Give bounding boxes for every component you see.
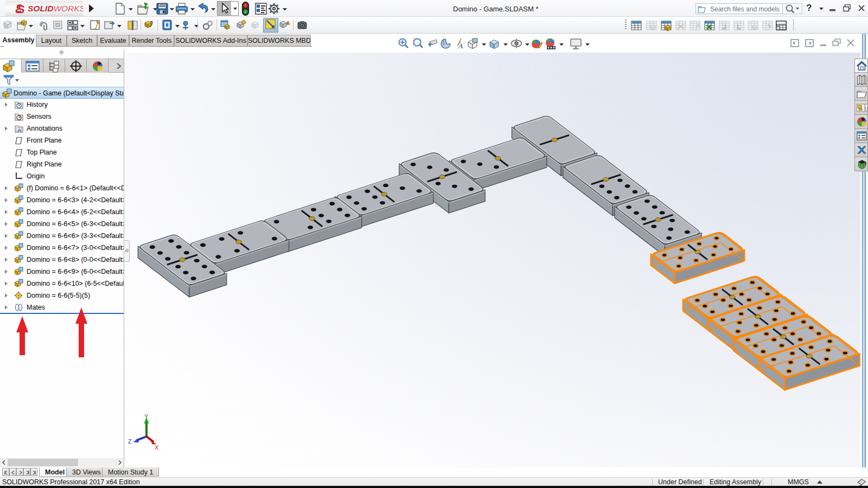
svg-text:SOLIDWORKS: SOLIDWORKS bbox=[28, 4, 83, 13]
svg-text:!: ! bbox=[287, 22, 288, 25]
svg-text:A: A bbox=[17, 127, 21, 133]
svg-text:S: S bbox=[17, 3, 25, 15]
svg-text:Y: Y bbox=[144, 413, 149, 420]
svg-text:Z: Z bbox=[128, 438, 132, 445]
svg-text:A: A bbox=[458, 42, 463, 50]
svg-text:X: X bbox=[155, 444, 159, 451]
